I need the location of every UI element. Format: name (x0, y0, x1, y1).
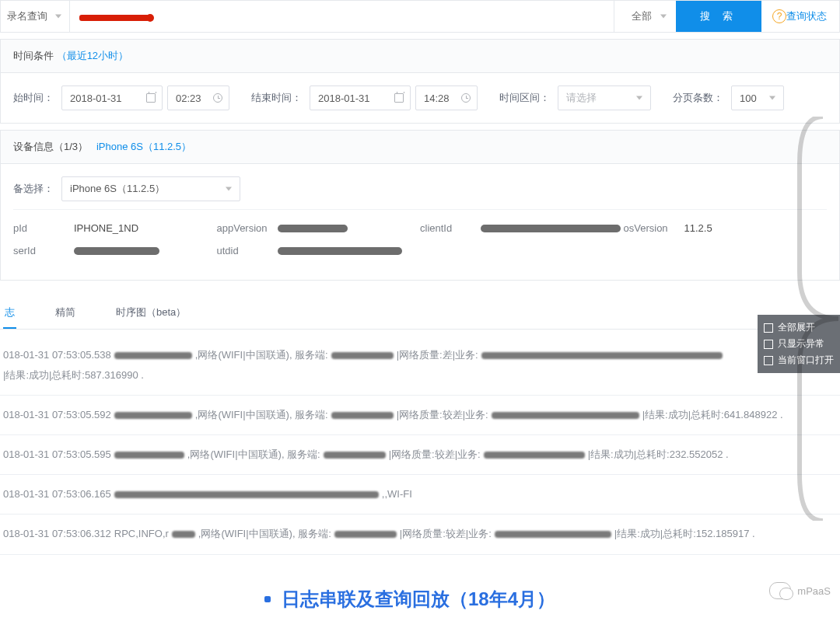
page-size-label: 分页条数： (673, 91, 723, 105)
pid-value: IPHONE_1ND (74, 222, 138, 234)
log-text: |结果:成功|总耗时:152.185917 . (614, 525, 755, 543)
device-header-hint: iPhone 6S（11.2.5） (96, 141, 191, 152)
log-redacted (172, 531, 195, 538)
start-time-value: 02:23 (176, 92, 201, 104)
osversion-value: 11.2.5 (684, 222, 712, 234)
log-text: ,,WI-FI (382, 486, 412, 503)
log-tabs: 志 精简 时序图（beta） (0, 298, 840, 330)
appversion-redacted (278, 225, 348, 232)
tab-brief[interactable]: 精简 (54, 298, 77, 329)
start-date-input[interactable]: 2018-01-31 (61, 85, 163, 110)
end-time-label: 结束时间： (251, 91, 302, 105)
wechat-label: mPaaS (797, 585, 831, 597)
option-expand-all[interactable]: 全部展开 (764, 319, 834, 336)
redacted-input-mark (79, 15, 149, 21)
log-ts: 018-01-31 07:53:05.595 (3, 446, 111, 463)
top-bar: 录名查询 全部 搜 索 ? 查询状态 (0, 0, 840, 33)
end-time-value: 14:28 (424, 92, 450, 104)
log-ts: 018-01-31 07:53:05.592 (3, 406, 111, 424)
log-text: |网络质量:差|业务: (397, 347, 478, 364)
log-text: |网络质量:较差|业务: (389, 446, 481, 463)
range-placeholder: 请选择 (566, 91, 597, 105)
device-select-label: 备选择： (13, 182, 54, 196)
log-redacted (484, 452, 585, 459)
log-text: RPC,INFO,r (114, 525, 169, 543)
log-text: ,网络(WIFI|中国联通), 服务端: (198, 525, 331, 543)
filter-all-select[interactable]: 全部 (614, 1, 676, 32)
device-props: pId IPHONE_1ND appVersion clientId osVer… (13, 209, 827, 267)
log-redacted (334, 531, 397, 538)
end-date-input[interactable]: 2018-01-31 (310, 85, 411, 110)
log-redacted (331, 412, 394, 419)
start-time-label: 始时间： (13, 91, 54, 105)
chevron-down-icon (226, 187, 232, 191)
log-row[interactable]: 018-01-31 07:53:05.595 ,网络(WIFI|中国联通), 服… (0, 435, 840, 475)
log-row[interactable]: 018-01-31 07:53:05.592 ,网络(WIFI|中国联通), 服… (0, 396, 840, 435)
tab-full-log[interactable]: 志 (3, 298, 16, 329)
start-time-input[interactable]: 02:23 (167, 85, 229, 110)
checkbox-icon[interactable] (764, 323, 773, 333)
time-range-select[interactable]: 请选择 (558, 85, 651, 110)
time-header-label: 时间条件 (13, 50, 54, 61)
log-options-panel: 全部展开 只显示异常 当前窗口打开 (758, 315, 840, 373)
device-panel-body: 备选择： iPhone 6S（11.2.5） pId IPHONE_1ND ap… (1, 164, 839, 280)
utdid-redacted (278, 247, 402, 255)
clientid-redacted (481, 225, 621, 232)
device-header-label: 设备信息（1/3） (13, 141, 88, 152)
time-panel-body: 始时间： 2018-01-31 02:23 结束时间： 2018-01-31 1… (1, 73, 839, 123)
range-label: 时间区间： (499, 91, 550, 105)
log-ts: 018-01-31 07:53:05.538 (3, 347, 111, 364)
query-type-label: 录名查询 (7, 9, 47, 23)
log-ts: 018-01-31 07:53:06.165 (3, 486, 111, 503)
page-size-select[interactable]: 100 (731, 85, 784, 110)
end-time-input[interactable]: 14:28 (415, 85, 478, 110)
page-size-value: 100 (740, 92, 757, 104)
top-bar-left: 录名查询 全部 搜 索 ? (1, 1, 786, 32)
calendar-icon (146, 93, 156, 103)
log-redacted (331, 352, 394, 359)
clock-icon (461, 93, 471, 103)
log-text: |结果:成功|总耗时:641.848922 . (642, 406, 783, 424)
log-redacted (114, 452, 184, 459)
log-row[interactable]: 018-01-31 07:53:06.312 RPC,INFO,r ,网络(WI… (0, 515, 840, 554)
option-label: 当前窗口打开 (778, 354, 834, 367)
userid-redacted (74, 247, 159, 255)
log-row[interactable]: 018-01-31 07:53:05.538 ,网络(WIFI|中国联通), 服… (0, 336, 840, 396)
search-button[interactable]: 搜 索 (676, 1, 761, 32)
calendar-icon (394, 93, 404, 103)
tab-sequence[interactable]: 时序图（beta） (114, 298, 187, 329)
chevron-down-icon (660, 15, 667, 19)
log-redacted (324, 452, 386, 459)
start-date-value: 2018-01-31 (70, 92, 122, 104)
end-date-value: 2018-01-31 (318, 92, 370, 104)
option-label: 全部展开 (778, 321, 815, 334)
log-row[interactable]: 018-01-31 07:53:06.165 ,,WI-FI (0, 475, 840, 515)
wechat-icon (769, 582, 791, 599)
time-panel: 时间条件 （最近12小时） 始时间： 2018-01-31 02:23 结束时间… (0, 39, 840, 124)
checkbox-icon[interactable] (764, 356, 773, 365)
option-open-current[interactable]: 当前窗口打开 (764, 352, 834, 368)
chevron-down-icon (636, 96, 642, 100)
utdid-label: utdid (217, 245, 271, 256)
bullet-icon (264, 596, 271, 602)
caption-text: 日志串联及查询回放（18年4月） (282, 587, 555, 612)
device-select-value: iPhone 6S（11.2.5） (70, 182, 165, 196)
caption-row: 日志串联及查询回放（18年4月） (0, 587, 840, 612)
device-panel: 设备信息（1/3） iPhone 6S（11.2.5） 备选择： iPhone … (0, 130, 840, 281)
log-text: ,网络(WIFI|中国联通), 服务端: (187, 446, 320, 463)
wechat-watermark: mPaaS (769, 582, 831, 599)
option-only-errors[interactable]: 只显示异常 (764, 336, 834, 352)
query-input[interactable] (70, 1, 614, 32)
log-redacted (495, 531, 611, 538)
log-text: |网络质量:较差|业务: (400, 525, 492, 543)
device-select[interactable]: iPhone 6S（11.2.5） (61, 176, 240, 201)
log-redacted (114, 352, 192, 359)
query-status-link[interactable]: 查询状态 (786, 9, 827, 23)
device-panel-header: 设备信息（1/3） iPhone 6S（11.2.5） (1, 131, 839, 164)
checkbox-icon[interactable] (764, 340, 773, 349)
help-icon[interactable]: ? (772, 9, 786, 23)
query-type-select[interactable]: 录名查询 (1, 1, 70, 32)
log-redacted (114, 412, 192, 419)
userid-label: serId (13, 245, 68, 256)
time-header-hint: （最近12小时） (57, 50, 128, 61)
